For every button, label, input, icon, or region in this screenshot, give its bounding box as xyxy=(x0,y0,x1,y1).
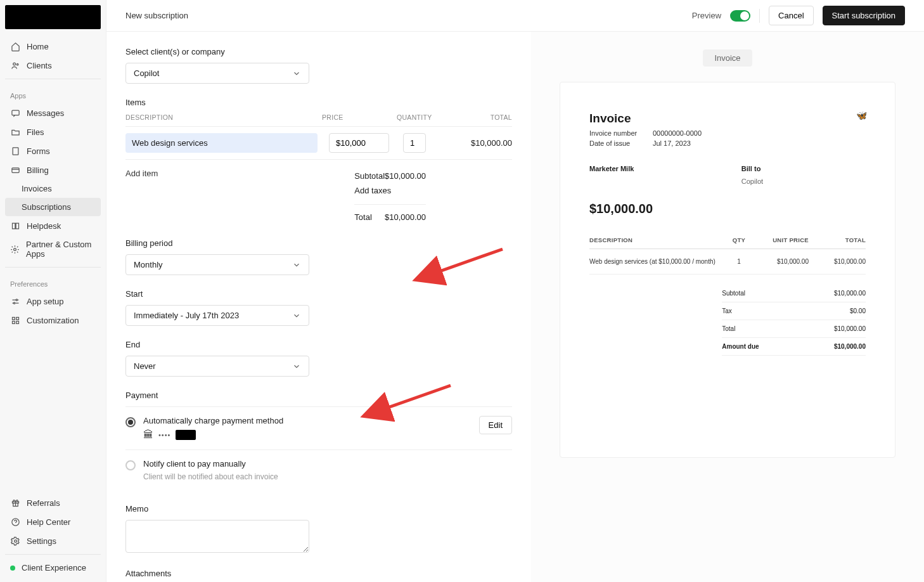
nav-label: Clients xyxy=(27,61,52,70)
nav-label: App setup xyxy=(27,297,64,306)
nav-helpcenter[interactable]: Help Center xyxy=(5,512,101,531)
app-logo xyxy=(5,5,101,29)
status-dot-icon xyxy=(10,566,15,571)
invoice-preview: 🦋 Invoice Invoice number 00000000-0000 D… xyxy=(560,82,895,458)
payment-manual-sub: Client will be notified about each invoi… xyxy=(143,472,512,481)
nav-files[interactable]: Files xyxy=(5,122,101,141)
add-item-button[interactable]: Add item xyxy=(125,160,158,224)
bank-icon: 🏛 xyxy=(143,429,153,441)
nav-messages[interactable]: Messages xyxy=(5,103,101,122)
nav-label: Subscriptions xyxy=(22,202,71,212)
inv-line-qty: 1 xyxy=(726,258,752,265)
nav-client-experience[interactable]: Client Experience xyxy=(5,559,101,577)
inv-subtotal-val: $10,000.00 xyxy=(834,290,866,297)
nav-forms[interactable]: Forms xyxy=(5,141,101,160)
nav-label: Customization xyxy=(27,316,79,325)
invoice-billto-value: Copilot xyxy=(741,178,866,185)
nav-partner[interactable]: Partner & Custom Apps xyxy=(5,235,101,263)
inv-due-val: $10,000.00 xyxy=(834,343,866,350)
add-taxes-button[interactable]: Add taxes xyxy=(354,186,391,195)
nav-invoices[interactable]: Invoices xyxy=(5,179,101,198)
payment-label: Payment xyxy=(125,391,512,400)
start-select[interactable]: Immediately - July 17th 2023 xyxy=(125,305,309,326)
th-total: TOTAL xyxy=(442,113,512,121)
chevron-down-icon xyxy=(292,261,301,269)
inv-th-total: TOTAL xyxy=(809,236,866,243)
nav-helpdesk[interactable]: Helpdesk xyxy=(5,216,101,235)
item-total: $10,000.00 xyxy=(426,138,512,148)
section-preferences: Preferences xyxy=(5,271,101,292)
chevron-down-icon xyxy=(292,69,301,78)
nav-label: Files xyxy=(27,127,44,137)
nav-customization[interactable]: Customization xyxy=(5,311,101,330)
select-client-label: Select client(s) or company xyxy=(125,47,512,56)
nav-appsetup[interactable]: App setup xyxy=(5,292,101,311)
nav-billing[interactable]: Billing xyxy=(5,160,101,179)
nav-clients[interactable]: Clients xyxy=(5,56,101,75)
invoice-from: Marketer Milk xyxy=(589,165,714,172)
inv-line-total: $10,000.00 xyxy=(809,258,866,265)
preview-label: Preview xyxy=(692,11,721,20)
memo-input[interactable] xyxy=(125,520,309,553)
svg-rect-11 xyxy=(16,321,18,323)
start-subscription-button[interactable]: Start subscription xyxy=(823,6,905,25)
nav-label: Invoices xyxy=(22,184,52,193)
item-price-input[interactable] xyxy=(329,133,389,153)
home-icon xyxy=(10,41,20,51)
nav-label: Client Experience xyxy=(22,563,86,572)
item-qty-input[interactable] xyxy=(403,133,426,153)
card-icon xyxy=(10,165,20,175)
forms-icon xyxy=(10,146,20,156)
users-icon xyxy=(10,60,20,70)
svg-point-1 xyxy=(16,63,18,65)
cog-icon xyxy=(10,536,20,546)
end-select[interactable]: Never xyxy=(125,356,309,377)
nav-label: Billing xyxy=(27,165,49,175)
invoice-amount: $10,000.00 xyxy=(589,202,866,216)
inv-tax-label: Tax xyxy=(722,307,732,314)
nav-referrals[interactable]: Referrals xyxy=(5,493,101,512)
book-icon xyxy=(10,221,20,231)
gift-icon xyxy=(10,498,20,508)
payment-manual-label: Notify client to pay manually xyxy=(143,459,512,469)
nav-home[interactable]: Home xyxy=(5,37,101,56)
invoice-number-label: Invoice number xyxy=(589,129,641,137)
svg-point-0 xyxy=(13,63,15,65)
item-row: Web design services $10,000.00 xyxy=(125,127,512,160)
invoice-title: Invoice xyxy=(589,112,866,126)
invoice-tab[interactable]: Invoice xyxy=(703,49,752,67)
preview-toggle[interactable] xyxy=(730,10,750,22)
svg-rect-4 xyxy=(11,167,18,172)
edit-payment-button[interactable]: Edit xyxy=(479,416,512,434)
billing-period-select[interactable]: Monthly xyxy=(125,254,309,275)
page-title: New subscription xyxy=(125,11,188,20)
invoice-logo-icon: 🦋 xyxy=(856,110,867,120)
client-value: Copilot xyxy=(134,68,159,78)
inv-total-val: $10,000.00 xyxy=(834,325,866,332)
th-quantity: QUANTITY xyxy=(397,113,442,121)
item-description-input[interactable]: Web design services xyxy=(125,133,318,153)
nav-label: Messages xyxy=(27,108,64,118)
nav-label: Settings xyxy=(27,536,56,546)
nav-label: Referrals xyxy=(27,498,60,508)
cancel-button[interactable]: Cancel xyxy=(769,6,813,25)
svg-rect-8 xyxy=(12,317,15,320)
message-icon xyxy=(10,108,20,118)
memo-label: Memo xyxy=(125,504,512,514)
svg-line-16 xyxy=(436,249,503,273)
nav-label: Forms xyxy=(27,146,50,156)
nav-subscriptions[interactable]: Subscriptions xyxy=(5,198,101,216)
invoice-date-label: Date of issue xyxy=(589,139,641,147)
nav-settings[interactable]: Settings xyxy=(5,531,101,550)
invoice-line-row: Web design services (at $10,000.00 / mon… xyxy=(589,249,866,275)
th-description: DESCRIPTION xyxy=(125,113,322,121)
payment-auto-radio[interactable] xyxy=(125,417,136,427)
svg-point-15 xyxy=(14,540,16,542)
inv-due-label: Amount due xyxy=(722,343,759,350)
folder-icon xyxy=(10,127,20,137)
svg-rect-10 xyxy=(12,321,15,323)
billing-period-value: Monthly xyxy=(134,260,163,269)
end-label: End xyxy=(125,340,512,349)
payment-manual-radio[interactable] xyxy=(125,460,136,470)
client-select[interactable]: Copilot xyxy=(125,63,309,84)
